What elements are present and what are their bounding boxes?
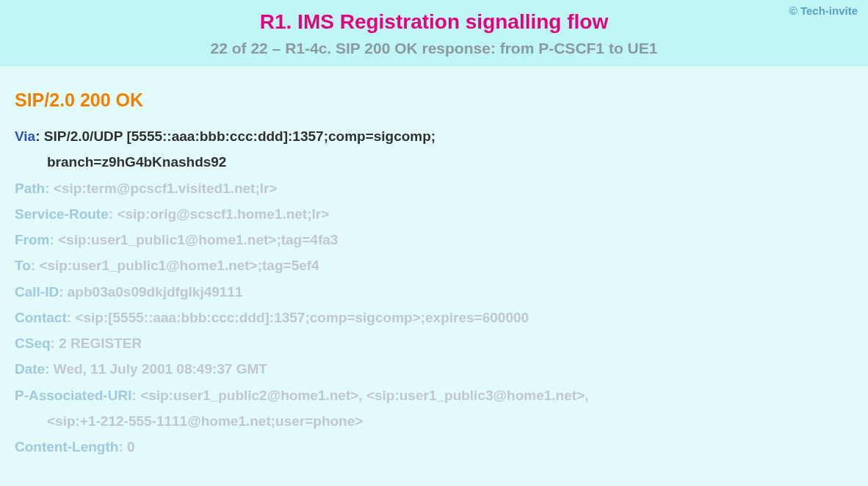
- sip-header-separator: :: [118, 439, 127, 454]
- sip-header-name: To: [15, 258, 31, 273]
- sip-header-value: 0: [127, 439, 135, 454]
- sip-header-separator: :: [45, 361, 54, 377]
- sip-status-line: SIP/2.0 200 OK: [15, 90, 853, 111]
- sip-message-content: SIP/2.0 200 OK Via: SIP/2.0/UDP [5555::a…: [0, 66, 868, 475]
- sip-header-line: Date: Wed, 11 July 2001 08:49:37 GMT: [15, 357, 853, 381]
- sip-header-value: <sip:+1-212-555-1111@home1.net;user=phon…: [47, 413, 363, 429]
- sip-header-separator: :: [51, 336, 59, 351]
- sip-header-line: From: <sip:user1_public1@home1.net>;tag=…: [15, 228, 853, 252]
- sip-header-line: To: <sip:user1_public1@home1.net>;tag=5e…: [15, 253, 853, 278]
- sip-header-name: Path: [15, 181, 45, 196]
- sip-header-separator: :: [35, 128, 44, 144]
- sip-header-line: Call-ID: apb03a0s09dkjdfglkj49111: [15, 280, 853, 304]
- sip-header-name: Date: [15, 361, 45, 377]
- sip-header-value: <sip:[5555::aaa:bbb:ccc:ddd]:1357;comp=s…: [75, 310, 529, 325]
- sip-header-line: branch=z9hG4bKnashds92: [15, 150, 853, 174]
- sip-header-name: From: [15, 232, 50, 247]
- sip-header-name: Call-ID: [15, 284, 59, 300]
- page-subtitle: 22 of 22 – R1-4c. SIP 200 OK response: f…: [13, 40, 855, 57]
- sip-header-separator: :: [45, 181, 54, 196]
- sip-header-line: CSeq: 2 REGISTER: [15, 331, 853, 355]
- sip-header-line: Content-Length: 0: [15, 435, 853, 459]
- sip-header-separator: :: [109, 206, 117, 222]
- sip-header-separator: :: [50, 232, 59, 247]
- sip-headers-list: Via: SIP/2.0/UDP [5555::aaa:bbb:ccc:ddd]…: [15, 124, 853, 459]
- sip-header-line: Service-Route: <sip:orig@scscf1.home1.ne…: [15, 202, 853, 226]
- sip-header-value: Wed, 11 July 2001 08:49:37 GMT: [54, 361, 267, 377]
- sip-header-value: <sip:orig@scscf1.home1.net;lr>: [117, 206, 329, 222]
- copyright-label: © Tech-invite: [789, 4, 858, 17]
- sip-header-line: P-Associated-URI: <sip:user1_public2@hom…: [15, 383, 853, 407]
- sip-header-value: <sip:user1_public1@home1.net>;tag=5ef4: [39, 258, 319, 273]
- sip-header-value: 2 REGISTER: [59, 336, 142, 351]
- sip-header-line: Via: SIP/2.0/UDP [5555::aaa:bbb:ccc:ddd]…: [15, 124, 853, 148]
- sip-header-name: P-Associated-URI: [15, 388, 131, 403]
- sip-header-value: branch=z9hG4bKnashds92: [47, 154, 226, 170]
- sip-header-separator: :: [59, 284, 68, 300]
- sip-header-line: Path: <sip:term@pcscf1.visited1.net;lr>: [15, 176, 853, 200]
- sip-header-name: Contact: [15, 310, 67, 325]
- sip-header-value: apb03a0s09dkjdfglkj49111: [68, 284, 243, 300]
- sip-header-name: CSeq: [15, 336, 51, 351]
- sip-header-name: Via: [15, 128, 35, 144]
- sip-header-separator: :: [131, 388, 140, 403]
- sip-header-separator: :: [67, 310, 76, 325]
- page-title: R1. IMS Registration signalling flow: [13, 10, 855, 34]
- sip-header-value: <sip:user1_public2@home1.net>, <sip:user…: [140, 388, 588, 403]
- sip-header-value: SIP/2.0/UDP [5555::aaa:bbb:ccc:ddd]:1357…: [44, 128, 435, 144]
- sip-header-name: Service-Route: [15, 206, 109, 222]
- sip-header-value: <sip:user1_public1@home1.net>;tag=4fa3: [58, 232, 338, 247]
- sip-header-name: Content-Length: [15, 439, 118, 454]
- sip-header-line: Contact: <sip:[5555::aaa:bbb:ccc:ddd]:13…: [15, 305, 853, 330]
- sip-header-line: <sip:+1-212-555-1111@home1.net;user=phon…: [15, 409, 853, 433]
- sip-header-value: <sip:term@pcscf1.visited1.net;lr>: [54, 181, 278, 196]
- header-bar: © Tech-invite R1. IMS Registration signa…: [0, 0, 868, 66]
- sip-header-separator: :: [31, 258, 40, 273]
